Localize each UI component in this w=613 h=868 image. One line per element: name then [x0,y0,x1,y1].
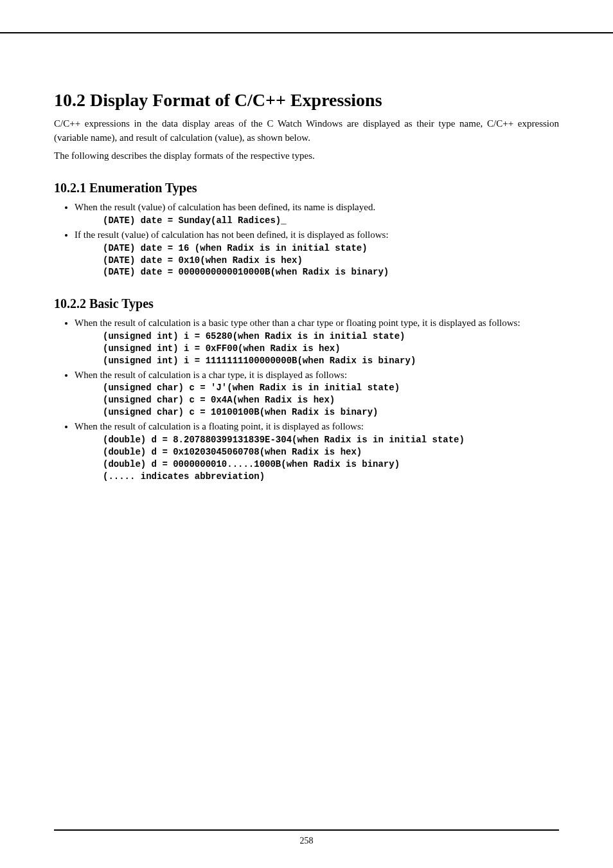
subsection-1-heading: 10.2.1 Enumeration Types [54,181,559,195]
section2-bullet-3-text: When the result of calculation is a floa… [75,421,364,431]
section1-bullet-2-text: If the result (value) of calculation has… [75,230,389,240]
section2-bullet-2: When the result of calculation is a char… [75,368,559,419]
section2-bullet-3: When the result of calculation is a floa… [75,420,559,482]
section1-bullet-2-code: (DATE) date = 16 (when Radix is in initi… [103,242,559,279]
section2-bullet-2-code: (unsigned char) c = 'J'(when Radix is in… [103,382,559,419]
section2-bullet-2-text: When the result of calculation is a char… [75,370,347,380]
section2-bullet-1: When the result of calculation is a basi… [75,316,559,366]
page-number: 258 [54,836,559,846]
intro-paragraph-2: The following describes the display form… [54,149,559,163]
section2-bullet-1-text: When the result of calculation is a basi… [75,318,520,328]
subsection-2-heading: 10.2.2 Basic Types [54,296,559,311]
section1-bullet-1-code: (DATE) date = Sunday(all Radices)_ [103,215,559,227]
section1-bullet-1: When the result (value) of calculation h… [75,201,559,227]
intro-paragraph-1: C/C++ expressions in the data display ar… [54,117,559,145]
top-horizontal-rule [54,32,559,33]
section1-bullet-2: If the result (value) of calculation has… [75,228,559,278]
page-content: 10.2 Display Format of C/C++ Expressions… [0,32,613,511]
section1-list: When the result (value) of calculation h… [54,201,559,278]
section-title: 10.2 Display Format of C/C++ Expressions [54,90,559,111]
section2-bullet-1-code: (unsigned int) i = 65280(when Radix is i… [103,330,559,367]
section2-bullet-3-code: (double) d = 8.207880399131839E-304(when… [103,434,559,483]
section1-bullet-1-text: When the result (value) of calculation h… [75,202,375,212]
section2-list: When the result of calculation is a basi… [54,316,559,482]
footer-horizontal-rule [54,829,559,831]
